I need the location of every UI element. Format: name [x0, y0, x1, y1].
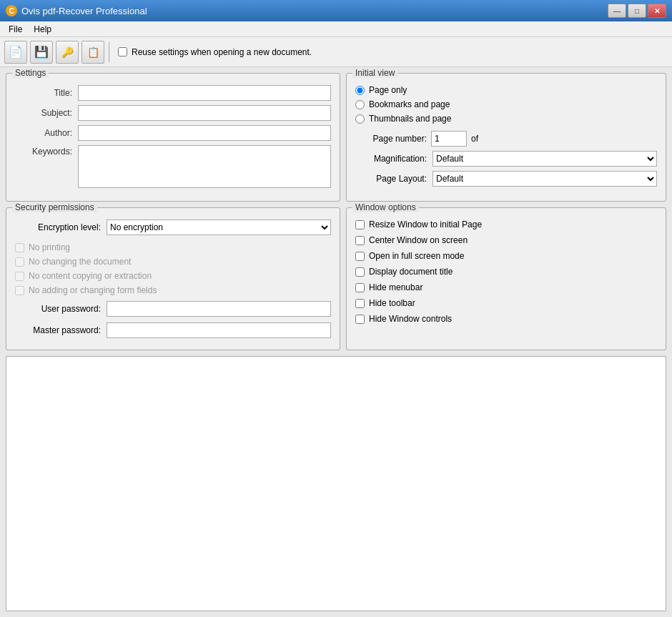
magnification-select[interactable]: Default Fit Page Fit Width Fit Height 75… — [433, 151, 657, 167]
titlebar: C Ovis pdf-Recover Professional — □ ✕ — [0, 0, 672, 21]
fullscreen-label: Open in full screen mode — [369, 251, 464, 261]
hide-menubar-checkbox[interactable] — [355, 283, 365, 292]
save-button[interactable]: 💾 — [30, 41, 53, 64]
print-button[interactable]: 📋 — [81, 41, 104, 64]
title-label: Title: — [15, 88, 72, 98]
title-row: Title: — [15, 85, 331, 101]
security-panel: Security permissions Encryption level: N… — [6, 207, 340, 350]
no-changing-checkbox[interactable] — [15, 257, 24, 267]
of-label: of — [471, 134, 478, 144]
fullscreen-checkbox[interactable] — [355, 252, 365, 261]
display-title-item: Display document title — [355, 267, 657, 277]
no-adding-label: No adding or changing form fields — [29, 285, 157, 295]
subject-label: Subject: — [15, 108, 72, 118]
close-button[interactable]: ✕ — [648, 4, 666, 18]
no-copying-checkbox[interactable] — [15, 272, 24, 281]
initial-view-title: Initial view — [352, 68, 397, 78]
user-password-row: User password: — [15, 301, 331, 317]
view-radio-group: Page only Bookmarks and page Thumbnails … — [355, 85, 657, 124]
window-options-panel: Window options Resize Window to initial … — [346, 207, 666, 350]
bookmarks-radio-item[interactable]: Bookmarks and page — [355, 99, 657, 109]
master-password-label: Master password: — [15, 325, 101, 335]
fullscreen-item: Open in full screen mode — [355, 251, 657, 261]
page-number-row: Page number: of — [355, 131, 657, 147]
resize-window-label: Resize Window to initial Page — [369, 219, 482, 229]
menu-help[interactable]: Help — [28, 23, 57, 36]
resize-window-checkbox[interactable] — [355, 220, 365, 229]
security-title: Security permissions — [12, 202, 97, 212]
magnification-row: Magnification: Default Fit Page Fit Widt… — [355, 151, 657, 167]
bookmarks-label: Bookmarks and page — [369, 99, 450, 109]
magnification-label: Magnification: — [355, 154, 427, 164]
minimize-button[interactable]: — — [608, 4, 626, 18]
window-title: Ovis pdf-Recover Professional — [21, 6, 147, 16]
hide-controls-checkbox[interactable] — [355, 315, 365, 324]
page-number-input[interactable] — [431, 131, 467, 147]
page-only-radio-item[interactable]: Page only — [355, 85, 657, 95]
master-password-row: Master password: — [15, 322, 331, 338]
key-button[interactable]: 🔑 — [56, 41, 79, 64]
thumbnails-radio[interactable] — [355, 114, 365, 124]
app-icon: C — [6, 5, 17, 16]
thumbnails-label: Thumbnails and page — [369, 114, 451, 124]
open-button[interactable]: 📄 — [4, 41, 27, 64]
display-title-checkbox[interactable] — [355, 267, 365, 277]
hide-menubar-item: Hide menubar — [355, 282, 657, 292]
page-layout-label: Page Layout: — [355, 174, 427, 184]
encryption-row: Encryption level: No encryption 40-bit R… — [15, 219, 331, 235]
page-layout-select[interactable]: Default Single Page Continuous Facing Co… — [433, 171, 657, 187]
page-layout-row: Page Layout: Default Single Page Continu… — [355, 171, 657, 187]
hide-controls-item: Hide Window controls — [355, 314, 657, 324]
master-password-input[interactable] — [107, 322, 331, 338]
settings-title: Settings — [12, 68, 49, 78]
window-options-title: Window options — [352, 202, 419, 212]
display-title-label: Display document title — [369, 267, 453, 277]
initial-view-panel: Initial view Page only Bookmarks and pag… — [346, 73, 666, 202]
hide-toolbar-checkbox[interactable] — [355, 299, 365, 308]
bookmarks-radio[interactable] — [355, 100, 365, 109]
title-input[interactable] — [78, 85, 331, 101]
author-row: Author: — [15, 125, 331, 141]
no-adding-checkbox[interactable] — [15, 286, 24, 295]
main-content: Settings Title: Subject: Author: Keyword… — [0, 67, 672, 617]
hide-toolbar-item: Hide toolbar — [355, 298, 657, 308]
hide-toolbar-label: Hide toolbar — [369, 298, 415, 308]
author-input[interactable] — [78, 125, 331, 141]
encryption-select[interactable]: No encryption 40-bit RC4 128-bit RC4 128… — [107, 219, 331, 235]
menu-file[interactable]: File — [3, 23, 28, 36]
resize-window-item: Resize Window to initial Page — [355, 219, 657, 229]
user-password-input[interactable] — [107, 301, 331, 317]
reuse-settings-label: Reuse settings when opening a new docume… — [132, 47, 312, 57]
keywords-label: Keywords: — [15, 145, 72, 157]
toolbar-separator — [109, 42, 109, 62]
maximize-button[interactable]: □ — [628, 4, 646, 18]
subject-row: Subject: — [15, 105, 331, 121]
no-changing-label: No changing the document — [29, 257, 131, 267]
toolbar: 📄 💾 🔑 📋 Reuse settings when opening a ne… — [0, 37, 672, 67]
menubar: File Help — [0, 21, 672, 37]
keywords-input[interactable] — [78, 145, 331, 188]
no-copying-label: No content copying or extraction — [29, 271, 152, 281]
no-copying-item: No content copying or extraction — [15, 271, 331, 281]
keywords-row: Keywords: — [15, 145, 331, 188]
thumbnails-radio-item[interactable]: Thumbnails and page — [355, 114, 657, 124]
no-printing-checkbox[interactable] — [15, 243, 24, 252]
encryption-label: Encryption level: — [15, 222, 101, 232]
page-only-radio[interactable] — [355, 86, 365, 95]
center-window-item: Center Window on screen — [355, 235, 657, 245]
user-password-label: User password: — [15, 304, 101, 314]
no-printing-item: No printing — [15, 242, 331, 252]
reuse-settings-checkbox[interactable] — [118, 47, 127, 56]
center-window-checkbox[interactable] — [355, 236, 365, 245]
no-changing-item: No changing the document — [15, 257, 331, 267]
page-only-label: Page only — [369, 85, 407, 95]
center-window-label: Center Window on screen — [369, 235, 468, 245]
hide-menubar-label: Hide menubar — [369, 282, 423, 292]
no-adding-item: No adding or changing form fields — [15, 285, 331, 295]
page-number-label: Page number: — [355, 134, 427, 144]
hide-controls-label: Hide Window controls — [369, 314, 452, 324]
bottom-output-area — [6, 356, 666, 611]
subject-input[interactable] — [78, 105, 331, 121]
no-printing-label: No printing — [29, 242, 70, 252]
settings-panel: Settings Title: Subject: Author: Keyword… — [6, 73, 340, 202]
